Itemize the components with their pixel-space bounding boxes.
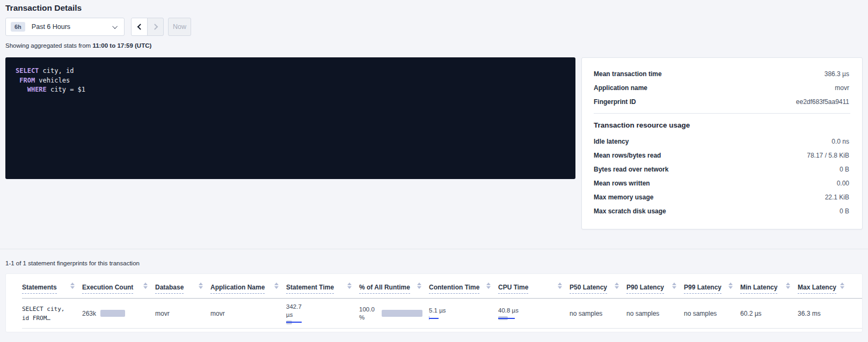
statement-text-line1: SELECT city,: [22, 304, 78, 314]
transaction-details-page: Transaction Details 6h Past 6 Hours Now …: [0, 0, 868, 342]
sort-icon[interactable]: [347, 282, 352, 289]
contention-time-value: 5.1 µs: [429, 307, 454, 315]
cell-application-name: movr: [210, 310, 286, 317]
cell-statement-time: 342.7 µs: [286, 303, 359, 324]
sort-down-arrow: [274, 286, 279, 289]
sort-icon[interactable]: [786, 282, 790, 289]
column-header-label[interactable]: P50 Latency: [570, 284, 607, 294]
column-header-database[interactable]: Database: [155, 274, 210, 298]
column-header-application-name[interactable]: Application Name: [210, 274, 286, 298]
column-header-label[interactable]: P90 Latency: [626, 284, 664, 294]
summary-value: ee2df683f5aa9411: [796, 98, 849, 106]
column-header-label[interactable]: Application Name: [210, 284, 265, 294]
sort-down-arrow: [786, 286, 790, 289]
sort-icon[interactable]: [840, 282, 844, 289]
column-header-p50-latency[interactable]: P50 Latency: [570, 274, 626, 298]
column-header-p99-latency[interactable]: P99 Latency: [684, 274, 740, 298]
sort-up-arrow: [558, 282, 562, 285]
sort-up-arrow: [274, 282, 279, 285]
cell-pct-runtime: 100.0 %: [359, 306, 429, 322]
cell-max-latency: 36.3 ms: [798, 310, 863, 317]
column-header--of-all-runtime[interactable]: % of All Runtime: [359, 274, 429, 298]
sort-icon[interactable]: [615, 282, 619, 289]
sort-icon[interactable]: [672, 282, 676, 289]
column-header-cpu-time[interactable]: CPU Time: [498, 274, 570, 298]
summary-row: Bytes read over network0 B: [594, 162, 849, 176]
summary-label: Max memory usage: [594, 194, 653, 201]
column-header-label[interactable]: Min Latency: [740, 284, 777, 294]
summary-row: Application namemovr: [594, 81, 849, 95]
now-button[interactable]: Now: [168, 18, 191, 36]
time-range-dropdown[interactable]: 6h Past 6 Hours: [5, 18, 125, 36]
column-header-min-latency[interactable]: Min Latency: [740, 274, 798, 298]
column-header-label[interactable]: P99 Latency: [684, 284, 721, 294]
statement-time-bar-mean: [286, 322, 302, 323]
sort-icon[interactable]: [728, 282, 733, 289]
column-header-statement-time[interactable]: Statement Time: [286, 274, 359, 298]
statement-time-value: 342.7 µs: [286, 303, 309, 319]
summary-label: Mean rows written: [594, 180, 650, 187]
next-time-button[interactable]: [147, 18, 164, 36]
sort-down-arrow: [615, 286, 619, 289]
summary-row: Idle latency0.0 ns: [594, 135, 849, 148]
summary-value: 0 B: [840, 207, 849, 215]
column-header-label[interactable]: Contention Time: [429, 284, 479, 294]
summary-value: 78.17 / 5.8 KiB: [807, 152, 849, 159]
column-header-contention-time[interactable]: Contention Time: [429, 274, 498, 298]
summary-value: 386.3 µs: [825, 70, 849, 78]
execution-count-value: 263k: [82, 310, 96, 317]
cpu-time-value: 40.8 µs: [498, 307, 521, 315]
sort-icon[interactable]: [558, 282, 562, 289]
summary-value: 0.00: [837, 180, 849, 187]
summary-value: 22.1 KiB: [825, 194, 849, 201]
summary-label: Idle latency: [594, 138, 629, 145]
sort-icon[interactable]: [486, 282, 491, 289]
summary-divider: [594, 113, 850, 114]
chevron-left-icon: [137, 24, 143, 29]
column-header-label[interactable]: Statement Time: [286, 284, 334, 294]
contention-bar-mean: [429, 318, 439, 319]
contention-time-bar: [429, 316, 494, 320]
prev-time-button[interactable]: [131, 18, 148, 36]
sort-icon[interactable]: [143, 282, 148, 289]
pct-runtime-value: 100.0 %: [359, 306, 382, 322]
time-controls: 6h Past 6 Hours Now: [5, 18, 191, 36]
column-header-label[interactable]: CPU Time: [498, 284, 528, 294]
column-header-label[interactable]: Statements: [22, 284, 57, 294]
column-header-label[interactable]: Database: [155, 284, 184, 294]
column-header-label[interactable]: Max Latency: [798, 284, 836, 294]
statements-count-caption: 1-1 of 1 statement fingerprints for this…: [5, 260, 140, 266]
cpu-bar-mean: [498, 318, 515, 319]
execution-count-bar: [100, 310, 125, 317]
summary-value: 0 B: [840, 166, 849, 173]
table-header-row: StatementsExecution CountDatabaseApplica…: [22, 274, 862, 299]
aggregation-note: Showing aggregated stats from 11:00 to 1…: [5, 42, 151, 49]
cell-database[interactable]: movr: [155, 310, 210, 317]
sort-down-arrow: [728, 286, 733, 289]
sort-icon[interactable]: [417, 282, 421, 289]
cell-p50-latency: no samples: [570, 310, 626, 317]
summary-row: Mean rows/bytes read78.17 / 5.8 KiB: [594, 148, 849, 162]
cell-p90-latency: no samples: [626, 310, 684, 317]
cell-execution-count: 263k: [82, 310, 155, 317]
sort-up-arrow: [486, 282, 491, 285]
sort-icon[interactable]: [199, 282, 203, 289]
cell-p99-latency: no samples: [684, 310, 740, 317]
sort-icon[interactable]: [70, 282, 75, 289]
transaction-summary-panel: Mean transaction time386.3 µsApplication…: [581, 57, 863, 229]
sort-down-arrow: [199, 286, 203, 289]
cell-statement[interactable]: SELECT city, id FROM…: [22, 304, 82, 323]
column-header-label[interactable]: % of All Runtime: [359, 284, 410, 294]
column-header-p90-latency[interactable]: P90 Latency: [626, 274, 684, 298]
sort-icon[interactable]: [274, 282, 279, 289]
column-header-max-latency[interactable]: Max Latency: [798, 274, 863, 298]
summary-row: Mean rows written0.00: [594, 176, 849, 190]
column-header-execution-count[interactable]: Execution Count: [82, 274, 155, 298]
statements-table: StatementsExecution CountDatabaseApplica…: [5, 273, 863, 332]
summary-label: Fingerprint ID: [594, 98, 636, 106]
statement-time-bar: [286, 321, 355, 324]
column-header-statements[interactable]: Statements: [22, 274, 82, 298]
sort-up-arrow: [347, 282, 352, 285]
resource-usage-heading: Transaction resource usage: [594, 121, 849, 129]
column-header-label[interactable]: Execution Count: [82, 284, 133, 294]
